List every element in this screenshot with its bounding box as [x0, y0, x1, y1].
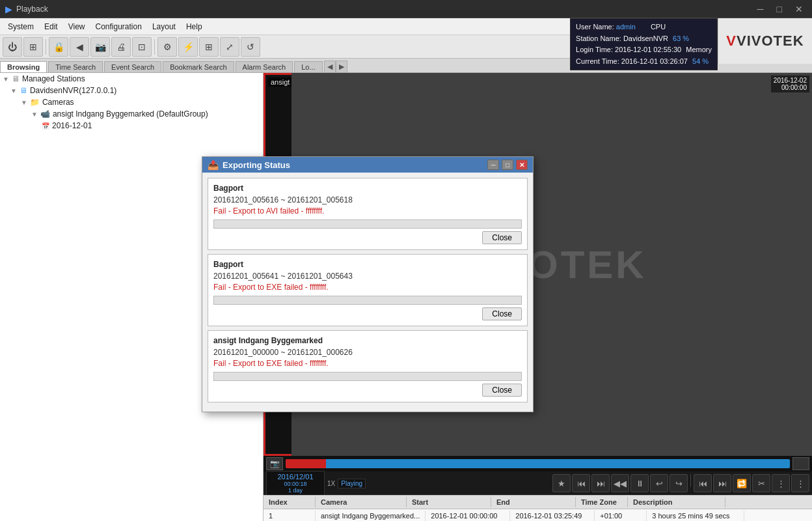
export-section-3-range: 20161201_000000 ~ 20161201_000626: [213, 348, 522, 357]
export-section-3-title: ansigt Indgang Byggemarked: [213, 336, 522, 345]
dialog-close[interactable]: ✕: [516, 160, 528, 170]
export-progress-3: [213, 372, 522, 381]
export-close-1[interactable]: Close: [482, 231, 522, 244]
dialog-maximize[interactable]: □: [502, 160, 513, 170]
dialog-win-controls: ─ □ ✕: [487, 160, 528, 170]
export-section-3: ansigt Indgang Byggemarked 20161201_0000…: [208, 330, 528, 402]
dialog-titlebar: 📤 Exporting Status ─ □ ✕: [202, 157, 533, 173]
export-section-1-title: Bagport: [213, 184, 522, 193]
export-section-2-title: Bagport: [213, 260, 522, 269]
export-section-3-fail: Fail - Export to EXE failed - ffffffff.: [213, 359, 522, 368]
export-section-1: Bagport 20161201_005616 ~ 20161201_00561…: [208, 178, 528, 250]
export-section-2-fail: Fail - Export to EXE failed - ffffffff.: [213, 283, 522, 292]
dialog-content: Bagport 20161201_005616 ~ 20161201_00561…: [202, 173, 533, 412]
dialog-minimize[interactable]: ─: [487, 160, 499, 170]
export-section-2-actions: Close: [213, 296, 522, 320]
export-progress-2: [213, 296, 522, 305]
export-dialog: 📤 Exporting Status ─ □ ✕ Bagport 2016120…: [202, 156, 534, 412]
export-section-1-range: 20161201_005616 ~ 20161201_005618: [213, 195, 522, 204]
export-progress-1: [213, 219, 522, 229]
dialog-icon: 📤: [208, 160, 219, 170]
export-section-1-fail: Fail - Export to AVI failed - ffffffff.: [213, 206, 522, 216]
dialog-overlay: 📤 Exporting Status ─ □ ✕ Bagport 2016120…: [0, 0, 812, 521]
export-section-2-range: 20161201_005641 ~ 20161201_005643: [213, 272, 522, 281]
export-section-2: Bagport 20161201_005641 ~ 20161201_00564…: [208, 254, 528, 326]
dialog-title: Exporting Status: [223, 160, 290, 170]
export-section-1-actions: Close: [213, 219, 522, 244]
export-section-3-actions: Close: [213, 372, 522, 397]
export-close-3[interactable]: Close: [482, 384, 522, 397]
export-close-2[interactable]: Close: [482, 307, 522, 320]
